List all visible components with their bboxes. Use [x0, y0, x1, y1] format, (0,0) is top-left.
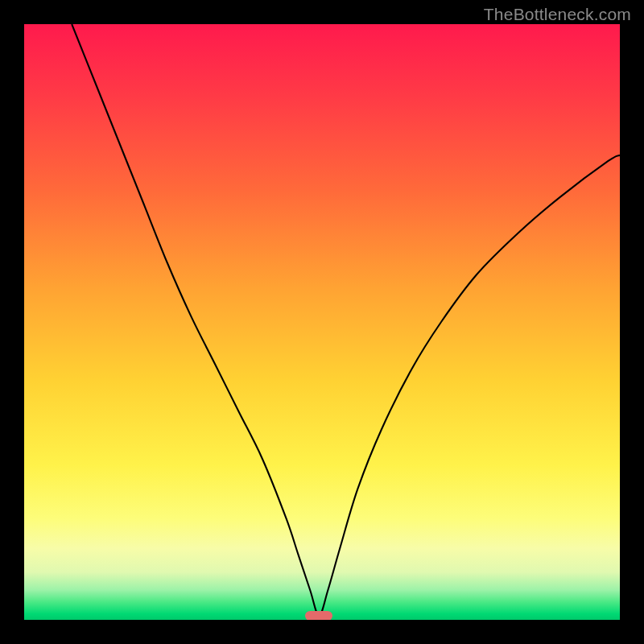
watermark-label: TheBottleneck.com: [484, 5, 631, 24]
chart-frame: TheBottleneck.com: [0, 0, 644, 644]
plot-area: [24, 24, 620, 620]
minimum-marker: [305, 611, 332, 620]
curve-path: [72, 24, 620, 616]
bottleneck-curve: [24, 24, 620, 620]
